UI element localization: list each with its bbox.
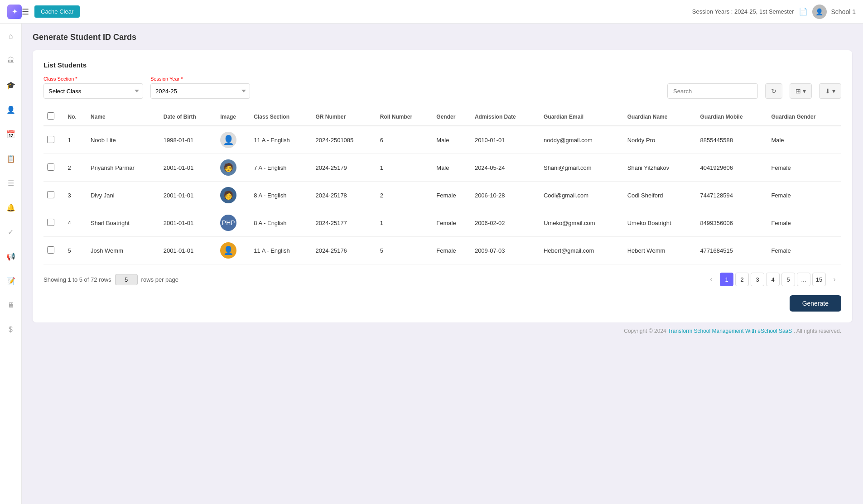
search-input[interactable] — [667, 83, 758, 99]
cell-name: Noob Lite — [87, 126, 160, 154]
sidebar-graduation-icon[interactable]: 🎓 — [3, 77, 19, 93]
page-15-button[interactable]: 15 — [812, 273, 826, 286]
session-year-group: Session Year * 2024-25 — [150, 76, 250, 99]
footer: Copyright © 2024 Transform School Manage… — [33, 322, 852, 340]
select-all-checkbox[interactable] — [47, 112, 54, 120]
row-checkbox[interactable] — [47, 163, 54, 171]
next-page-button[interactable]: › — [828, 273, 841, 286]
col-guardian-email: Guardian Email — [540, 108, 624, 126]
table-row: 5 Josh Wemm 2001-01-01 👤 11 A - English … — [43, 237, 841, 264]
menu-icon[interactable]: ☰ — [22, 7, 29, 17]
chevron-down-icon-2: ▾ — [832, 87, 835, 95]
cell-roll-number: 1 — [376, 209, 433, 237]
page-1-button[interactable]: 1 — [720, 273, 733, 286]
cell-guardian-email: noddy@gmail.com — [540, 126, 624, 154]
sidebar-home-icon[interactable]: ⌂ — [3, 28, 19, 44]
table-row: 4 Sharl Boatright 2001-01-01 PHP 8 A - E… — [43, 209, 841, 237]
sidebar-dollar-icon[interactable]: $ — [3, 322, 19, 338]
cell-guardian-gender: Female — [767, 154, 841, 182]
cell-gr-number: 2024-25177 — [312, 209, 376, 237]
cell-no: 1 — [64, 126, 87, 154]
generate-button[interactable]: Generate — [790, 295, 841, 312]
cell-guardian-mobile: 8499356006 — [697, 209, 768, 237]
cell-name: Josh Wemm — [87, 237, 160, 264]
prev-page-button[interactable]: ‹ — [704, 273, 718, 286]
topnav-right: Session Years : 2024-25, 1st Semester 📄 … — [692, 5, 856, 19]
row-checkbox[interactable] — [47, 219, 54, 226]
cell-image: 🧑 — [217, 182, 250, 209]
filters-row: Class Section * Select Class Session Yea… — [43, 76, 841, 99]
sidebar-list-icon[interactable]: ☰ — [3, 175, 19, 191]
cell-guardian-mobile: 8855445588 — [697, 126, 768, 154]
cell-class-section: 11 A - English — [250, 237, 312, 264]
cell-admission-date: 2010-01-01 — [471, 126, 540, 154]
sidebar-bank-icon[interactable]: 🏛 — [3, 53, 19, 69]
cell-no: 5 — [64, 237, 87, 264]
session-year-select[interactable]: 2024-25 — [150, 83, 250, 99]
download-button[interactable]: ⬇ ▾ — [819, 83, 841, 99]
col-image: Image — [217, 108, 250, 126]
cell-guardian-mobile: 4041929606 — [697, 154, 768, 182]
cell-gender: Female — [433, 209, 471, 237]
row-checkbox[interactable] — [47, 136, 54, 143]
session-year-label: Session Year * — [150, 76, 250, 82]
layout: ⌂ 🏛 🎓 👤 📅 📋 ☰ 🔔 ✓ 📢 📝 🖥 $ Generate Stude… — [0, 24, 863, 504]
cell-admission-date: 2024-05-24 — [471, 154, 540, 182]
table-wrapper: No. Name Date of Birth Image Class Secti… — [43, 108, 841, 264]
avatar: 👤 — [812, 5, 827, 19]
col-no: No. — [64, 108, 87, 126]
cell-image: PHP — [217, 209, 250, 237]
cell-guardian-name: Codi Shelford — [624, 182, 697, 209]
cell-admission-date: 2009-07-03 — [471, 237, 540, 264]
topnav: ✦ ☰ Cache Clear Session Years : 2024-25,… — [0, 0, 863, 24]
cell-gender: Male — [433, 154, 471, 182]
row-checkbox[interactable] — [47, 191, 54, 198]
cell-guardian-mobile: 4771684515 — [697, 237, 768, 264]
columns-icon: ⊞ — [796, 87, 801, 95]
page-2-button[interactable]: 2 — [735, 273, 749, 286]
cell-guardian-gender: Female — [767, 182, 841, 209]
rows-per-page-input[interactable] — [115, 274, 138, 285]
table-row: 2 Priyansh Parmar 2001-01-01 🧑 7 A - Eng… — [43, 154, 841, 182]
columns-button[interactable]: ⊞ ▾ — [790, 83, 812, 99]
page-4-button[interactable]: 4 — [766, 273, 780, 286]
refresh-button[interactable]: ↻ — [765, 83, 782, 99]
cache-clear-button[interactable]: Cache Clear — [34, 5, 80, 18]
col-name: Name — [87, 108, 160, 126]
sidebar-notes-icon[interactable]: 📝 — [3, 273, 19, 289]
document-icon[interactable]: 📄 — [799, 7, 808, 16]
cell-gr-number: 2024-25176 — [312, 237, 376, 264]
sidebar-user-icon[interactable]: 👤 — [3, 101, 19, 118]
sidebar-megaphone-icon[interactable]: 📢 — [3, 248, 19, 264]
cell-guardian-gender: Female — [767, 237, 841, 264]
cell-image: 🧑 — [217, 154, 250, 182]
class-section-select[interactable]: Select Class — [43, 83, 143, 99]
generate-row: Generate — [43, 295, 841, 312]
cell-gr-number: 2024-25179 — [312, 154, 376, 182]
page-5-button[interactable]: 5 — [781, 273, 795, 286]
cell-guardian-gender: Male — [767, 126, 841, 154]
class-section-group: Class Section * Select Class — [43, 76, 143, 99]
company-link[interactable]: Transform School Management With eSchool… — [668, 328, 792, 334]
sidebar-monitor-icon[interactable]: 🖥 — [3, 297, 19, 313]
sidebar-bell-icon[interactable]: 🔔 — [3, 199, 19, 216]
cell-guardian-gender: Female — [767, 209, 841, 237]
sidebar-check-icon[interactable]: ✓ — [3, 224, 19, 240]
cell-guardian-email: Codi@gmail.com — [540, 182, 624, 209]
refresh-icon: ↻ — [771, 87, 776, 95]
cell-image: 👤 — [217, 237, 250, 264]
cell-roll-number: 6 — [376, 126, 433, 154]
row-checkbox[interactable] — [47, 246, 54, 254]
table-row: 1 Noob Lite 1998-01-01 👤 11 A - English … — [43, 126, 841, 154]
copyright-text: Copyright © 2024 — [624, 328, 666, 334]
sidebar-calendar-icon[interactable]: 📅 — [3, 126, 19, 142]
page-3-button[interactable]: 3 — [751, 273, 764, 286]
cell-class-section: 8 A - English — [250, 182, 312, 209]
col-gr-number: GR Number — [312, 108, 376, 126]
sidebar-schedule-icon[interactable]: 📋 — [3, 150, 19, 167]
cell-roll-number: 5 — [376, 237, 433, 264]
cell-dob: 2001-01-01 — [160, 237, 217, 264]
cell-image: 👤 — [217, 126, 250, 154]
cell-name: Divy Jani — [87, 182, 160, 209]
main-content: Generate Student ID Cards List Students … — [22, 24, 863, 504]
